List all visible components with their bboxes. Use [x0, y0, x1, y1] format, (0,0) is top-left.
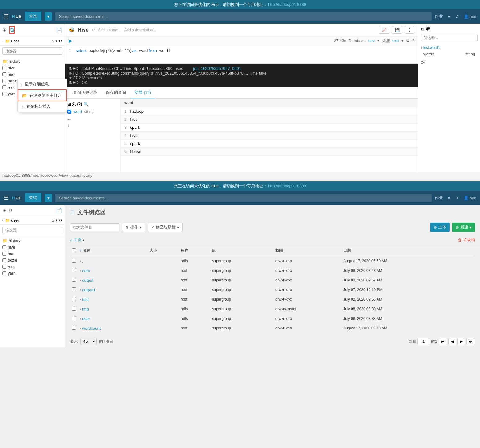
- col-checkbox-word[interactable]: [67, 110, 71, 114]
- table-icon[interactable]: ⊞: [2, 27, 6, 33]
- query-dropdown-2[interactable]: ▾: [45, 194, 52, 202]
- next-page-btn[interactable]: ▶: [457, 338, 465, 345]
- copy-icon[interactable]: ⧉: [9, 26, 15, 34]
- fb-refresh-icon[interactable]: ↺: [59, 218, 62, 223]
- tab-saved[interactable]: 保存的查询: [102, 87, 130, 98]
- home-icon[interactable]: ⌂: [52, 39, 54, 43]
- row-checkbox[interactable]: [72, 297, 76, 301]
- user-label[interactable]: 👤 hue: [464, 14, 476, 19]
- run-icon[interactable]: ▶: [69, 38, 72, 44]
- row-checkbox[interactable]: [72, 326, 76, 330]
- file-link-data[interactable]: data: [82, 268, 90, 273]
- file-link-user[interactable]: user: [82, 316, 90, 321]
- fb-tree-item-root[interactable]: root: [2, 263, 62, 270]
- th-group[interactable]: 组: [210, 246, 274, 256]
- fb-upload-button[interactable]: ⊕ 上传: [430, 223, 450, 232]
- save-btn[interactable]: 💾: [392, 26, 402, 34]
- fb-copy-icon[interactable]: ⧉: [9, 208, 12, 213]
- db-dropdown-icon[interactable]: ▾: [377, 38, 379, 43]
- sidebar-filter-input[interactable]: [2, 47, 62, 55]
- fb-new-button[interactable]: ⊕ 新建 ▾: [452, 223, 475, 232]
- tree-item-hive[interactable]: hive: [2, 65, 62, 71]
- tree-checkbox-yarn[interactable]: [2, 92, 6, 96]
- context-menu-item-insert[interactable]: ⎀ 在光标处插入: [18, 101, 67, 112]
- fb-tree-item-oozie[interactable]: oozie: [2, 257, 62, 263]
- type-value[interactable]: text: [392, 38, 399, 43]
- fb-tree-item-yarn[interactable]: yarn: [2, 270, 62, 276]
- search-input-2[interactable]: [55, 194, 432, 202]
- tree-item-hue[interactable]: hue: [2, 71, 62, 78]
- file-link-tmp[interactable]: tmp: [82, 307, 89, 311]
- fb-trash-link[interactable]: 🗑 垃圾桶: [458, 237, 475, 243]
- database-value[interactable]: test: [368, 38, 375, 43]
- tree-checkbox-hive[interactable]: [2, 66, 6, 70]
- tree-checkbox-root[interactable]: [2, 85, 6, 89]
- editor-area[interactable]: 1 select explode(split(words," ")) as wo…: [65, 45, 418, 64]
- fb-search-input[interactable]: [70, 223, 119, 231]
- per-page-select[interactable]: 45 25 100: [80, 338, 97, 345]
- file-link-output1[interactable]: output1: [82, 288, 95, 292]
- jobs-icon-2[interactable]: ≡: [448, 196, 450, 200]
- fb-table-icon[interactable]: ⊞: [2, 207, 6, 213]
- fb-user-files-icon[interactable]: 📄: [56, 207, 62, 213]
- fb-tree-item-hue[interactable]: hue: [2, 250, 62, 257]
- tree-checkbox-hue[interactable]: [2, 72, 6, 76]
- user-label-2[interactable]: 👤 hue: [464, 196, 476, 200]
- row-checkbox[interactable]: [72, 307, 76, 311]
- fb-breadcrumb-folder[interactable]: user: [11, 218, 19, 223]
- search-col-icon[interactable]: 🔍: [84, 102, 89, 107]
- context-menu-item-browse[interactable]: 📂 在浏览范围中打开: [18, 89, 67, 101]
- prev-page-btn[interactable]: ◀: [448, 338, 456, 345]
- fb-sidebar-filter-input[interactable]: [2, 227, 62, 234]
- th-name[interactable]: ↑ 名称: [78, 246, 148, 256]
- search-input[interactable]: [55, 12, 432, 21]
- fb-tree-checkbox-root[interactable]: [2, 265, 6, 269]
- refresh-sidebar-icon[interactable]: ↺: [59, 39, 62, 43]
- row-checkbox[interactable]: [72, 278, 76, 282]
- refresh-icon[interactable]: ↺: [455, 14, 459, 19]
- type-dropdown-icon[interactable]: ▾: [401, 38, 404, 43]
- hamburger-icon[interactable]: ☰: [4, 13, 9, 20]
- tree-checkbox-oozie[interactable]: [2, 79, 6, 83]
- row-checkbox[interactable]: [72, 287, 76, 291]
- banner-link[interactable]: http://hadoop01:8889: [268, 2, 306, 7]
- fb-tree-item-hive[interactable]: hive: [2, 244, 62, 250]
- fb-add-icon[interactable]: +: [55, 218, 58, 223]
- tab-history[interactable]: 查询历史记录: [69, 87, 102, 98]
- download-icon[interactable]: ↓: [67, 123, 118, 128]
- context-menu-item-details[interactable]: i 显示详细信息: [18, 79, 67, 89]
- file-link-output[interactable]: output: [82, 278, 93, 283]
- jobs-label[interactable]: 作业: [435, 14, 443, 19]
- query-desc-field[interactable]: Add a description...: [124, 28, 156, 32]
- settings-icon[interactable]: ⚙: [406, 38, 410, 43]
- th-size[interactable]: 大小: [148, 246, 179, 256]
- table-name[interactable]: test.word1: [423, 45, 440, 50]
- page-input[interactable]: [417, 338, 430, 345]
- row-checkbox[interactable]: [72, 268, 76, 272]
- jobs-label-2[interactable]: 作业: [435, 195, 443, 201]
- select-all-checkbox[interactable]: [72, 248, 76, 252]
- th-user[interactable]: 用户: [179, 246, 210, 256]
- fb-tree-checkbox-hive[interactable]: [2, 245, 6, 249]
- hamburger-icon-2[interactable]: ☰: [4, 194, 9, 201]
- fb-trash-button[interactable]: ✕ 移至垃圾桶 ▾: [148, 223, 183, 232]
- jobs-icon[interactable]: ≡: [448, 14, 450, 19]
- fb-tree-checkbox-hue[interactable]: [2, 252, 6, 256]
- query-button-2[interactable]: 查询: [25, 193, 41, 202]
- file-link-test[interactable]: test: [82, 297, 89, 302]
- right-panel-filter-input[interactable]: [421, 34, 478, 41]
- query-name-field[interactable]: Add a name...: [98, 28, 121, 32]
- first-page-btn[interactable]: ⏮: [439, 338, 447, 345]
- more-btn[interactable]: ⋮: [405, 26, 414, 34]
- refresh-icon-2[interactable]: ↺: [455, 196, 459, 200]
- fb-breadcrumb-back[interactable]: ‹: [2, 218, 4, 223]
- fb-home-icon[interactable]: ⌂: [52, 218, 54, 223]
- last-page-btn[interactable]: ⏭: [466, 338, 475, 345]
- fb-tree-checkbox-oozie[interactable]: [2, 258, 6, 262]
- row-checkbox[interactable]: [72, 259, 76, 263]
- query-button[interactable]: 查询: [25, 12, 41, 21]
- breadcrumb-folder[interactable]: user: [11, 39, 19, 43]
- chart-btn[interactable]: 📈: [379, 26, 389, 34]
- breadcrumb-back[interactable]: ‹: [2, 39, 4, 43]
- row-checkbox[interactable]: [72, 316, 76, 320]
